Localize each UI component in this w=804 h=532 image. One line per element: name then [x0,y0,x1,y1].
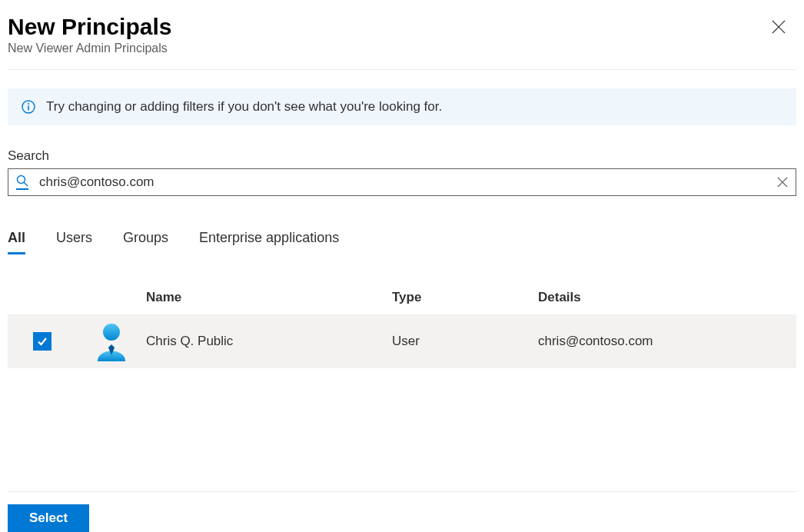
svg-point-5 [18,176,25,184]
search-label: Search [8,148,796,164]
tab-enterprise-applications[interactable]: Enterprise applications [199,230,339,254]
info-banner: Try changing or adding filters if you do… [8,88,796,125]
close-button[interactable] [767,15,790,38]
column-name: Name [146,290,392,305]
svg-rect-4 [28,106,29,111]
search-box[interactable] [8,168,796,196]
header-divider [8,69,796,70]
row-details: chris@contoso.com [538,334,796,349]
page-subtitle: New Viewer Admin Principals [8,42,171,55]
clear-search-button[interactable] [777,177,788,188]
column-type: Type [392,290,538,305]
row-name: Chris Q. Public [146,334,392,349]
row-type: User [392,334,538,349]
table-header: Name Type Details [8,281,796,314]
search-icon [16,175,28,190]
checkmark-icon [36,335,48,347]
user-avatar-icon [93,321,130,361]
info-icon [22,100,35,114]
svg-point-9 [103,324,120,341]
tab-all[interactable]: All [8,230,25,254]
table-row[interactable]: Chris Q. Public User chris@contoso.com [8,314,796,368]
select-button[interactable]: Select [8,504,89,532]
column-details: Details [538,290,796,305]
clear-icon [777,177,788,188]
tab-users[interactable]: Users [56,230,92,254]
search-input[interactable] [38,174,768,191]
results-table: Name Type Details [8,281,796,368]
tab-groups[interactable]: Groups [123,230,168,254]
row-checkbox[interactable] [33,332,51,351]
page-title: New Principals [8,14,171,40]
footer-bar: Select [8,491,796,532]
info-banner-text: Try changing or adding filters if you do… [46,99,442,115]
svg-line-6 [24,182,28,186]
close-icon [772,20,786,34]
svg-point-3 [28,103,29,105]
filter-tabs: All Users Groups Enterprise applications [8,230,796,254]
